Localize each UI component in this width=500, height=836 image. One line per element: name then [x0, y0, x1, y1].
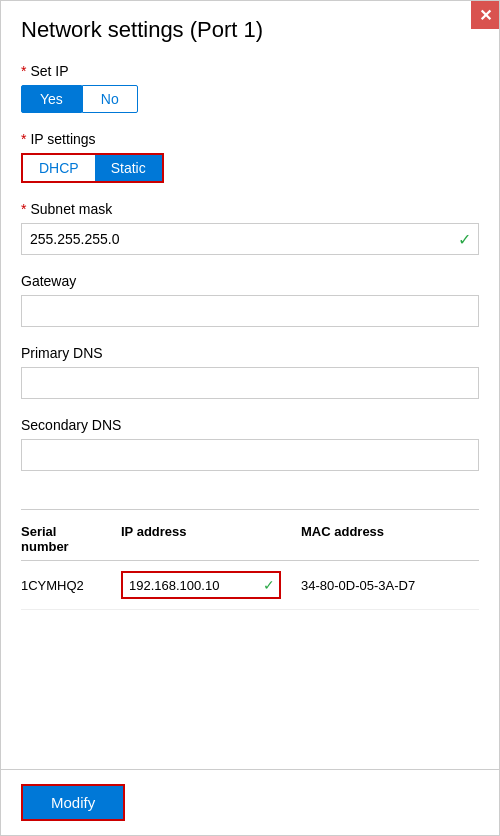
col-ip-header: IP address [121, 524, 301, 554]
serial-number-cell: 1CYMHQ2 [21, 578, 121, 593]
ip-settings-group: * IP settings DHCP Static [21, 131, 479, 183]
ip-cell-wrapper: ✓ [121, 571, 281, 599]
set-ip-group: * Set IP Yes No [21, 63, 479, 113]
required-star-subnet: * [21, 201, 26, 217]
dialog-footer: Modify [1, 769, 499, 835]
title-bar: Network settings (Port 1) ✕ [1, 1, 499, 53]
modify-button[interactable]: Modify [21, 784, 125, 821]
primary-dns-wrapper [21, 367, 479, 399]
ip-settings-label: * IP settings [21, 131, 479, 147]
subnet-mask-wrapper: ✓ [21, 223, 479, 255]
secondary-dns-input[interactable] [21, 439, 479, 471]
ip-settings-toggle-group: DHCP Static [21, 153, 164, 183]
dialog-title: Network settings (Port 1) [21, 17, 263, 43]
required-star-ip-settings: * [21, 131, 26, 147]
ip-settings-dhcp-button[interactable]: DHCP [23, 155, 95, 181]
gateway-group: Gateway [21, 273, 479, 327]
set-ip-label: * Set IP [21, 63, 479, 79]
gateway-label: Gateway [21, 273, 479, 289]
dialog-content: * Set IP Yes No * IP settings DHCP Stati… [1, 53, 499, 769]
col-serial-header: Serialnumber [21, 524, 121, 554]
set-ip-toggle-group: Yes No [21, 85, 479, 113]
ip-address-cell: ✓ [121, 571, 301, 599]
primary-dns-group: Primary DNS [21, 345, 479, 399]
primary-dns-input[interactable] [21, 367, 479, 399]
set-ip-yes-button[interactable]: Yes [21, 85, 82, 113]
subnet-mask-input[interactable] [21, 223, 479, 255]
subnet-mask-label: * Subnet mask [21, 201, 479, 217]
secondary-dns-label: Secondary DNS [21, 417, 479, 433]
set-ip-no-button[interactable]: No [82, 85, 138, 113]
secondary-dns-wrapper [21, 439, 479, 471]
mac-address-cell: 34-80-0D-05-3A-D7 [301, 578, 479, 593]
col-mac-header: MAC address [301, 524, 479, 554]
ip-settings-static-button[interactable]: Static [95, 155, 162, 181]
divider [21, 509, 479, 510]
table-row: 1CYMHQ2 ✓ 34-80-0D-05-3A-D7 [21, 561, 479, 610]
subnet-mask-group: * Subnet mask ✓ [21, 201, 479, 255]
close-button[interactable]: ✕ [471, 1, 499, 29]
ip-address-input[interactable] [121, 571, 281, 599]
device-table: Serialnumber IP address MAC address 1CYM… [21, 524, 479, 610]
required-star-set-ip: * [21, 63, 26, 79]
gateway-wrapper [21, 295, 479, 327]
gateway-input[interactable] [21, 295, 479, 327]
network-settings-dialog: Network settings (Port 1) ✕ * Set IP Yes… [0, 0, 500, 836]
secondary-dns-group: Secondary DNS [21, 417, 479, 471]
primary-dns-label: Primary DNS [21, 345, 479, 361]
table-header: Serialnumber IP address MAC address [21, 524, 479, 561]
